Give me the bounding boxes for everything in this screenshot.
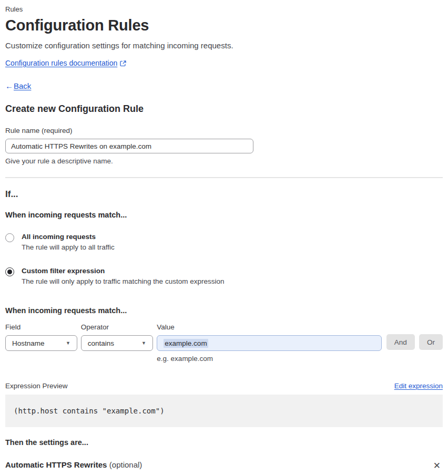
configuration-rules-page: Rules Configuration Rules Customize conf… xyxy=(0,0,448,476)
create-rule-title: Create new Configuration Rule xyxy=(5,104,443,115)
section-divider xyxy=(5,177,443,178)
field-select[interactable]: Hostname ▼ xyxy=(5,335,77,351)
back-arrow-icon: ← xyxy=(5,81,13,90)
then-section-title: Then the settings are... xyxy=(5,438,443,447)
rule-name-help: Give your rule a descriptive name. xyxy=(5,157,443,165)
close-icon[interactable]: ✕ xyxy=(431,460,443,471)
rule-name-label: Rule name (required) xyxy=(5,127,443,134)
breadcrumb: Rules xyxy=(5,5,443,13)
page-subtitle: Customize configuration settings for mat… xyxy=(5,41,443,50)
match-heading: When incoming requests match... xyxy=(5,211,443,219)
value-help: e.g. example.com xyxy=(157,355,382,363)
operator-label: Operator xyxy=(81,323,153,331)
rule-name-input[interactable] xyxy=(5,139,253,153)
radio-label: Custom filter expression xyxy=(22,267,224,275)
page-title: Configuration Rules xyxy=(5,17,443,34)
radio-option-all-incoming[interactable]: All incoming requests The rule will appl… xyxy=(5,233,443,251)
field-label: Field xyxy=(5,323,77,331)
value-input[interactable]: example.com xyxy=(157,335,382,351)
and-button[interactable]: And xyxy=(386,334,415,350)
expression-preview-label: Expression Preview xyxy=(5,382,68,390)
expression-builder-heading: When incoming requests match... xyxy=(5,306,443,315)
or-button[interactable]: Or xyxy=(419,334,443,350)
value-input-text: example.com xyxy=(164,339,208,348)
radio-unselected-icon[interactable] xyxy=(5,233,14,242)
back-link[interactable]: Back xyxy=(14,81,31,90)
radio-description: The rule will only apply to traffic matc… xyxy=(22,277,224,285)
value-label: Value xyxy=(157,323,382,331)
operator-select[interactable]: contains ▼ xyxy=(81,335,153,351)
documentation-link[interactable]: Configuration rules documentation xyxy=(5,59,117,67)
radio-option-custom-filter[interactable]: Custom filter expression The rule will o… xyxy=(5,267,443,285)
setting-optional-label: (optional) xyxy=(109,460,142,469)
chevron-down-icon: ▼ xyxy=(66,340,70,346)
radio-label: All incoming requests xyxy=(22,233,115,241)
chevron-down-icon: ▼ xyxy=(141,340,146,346)
external-link-icon xyxy=(120,60,126,66)
field-select-value: Hostname xyxy=(12,339,45,347)
operator-select-value: contains xyxy=(88,339,114,347)
edit-expression-link[interactable]: Edit expression xyxy=(394,382,443,390)
setting-name: Automatic HTTPS Rewrites xyxy=(5,460,107,469)
expression-preview-code: (http.host contains "example.com") xyxy=(5,395,443,427)
radio-description: The rule will apply to all traffic xyxy=(22,243,115,251)
radio-selected-icon[interactable] xyxy=(5,267,14,276)
if-section-title: If... xyxy=(5,189,443,200)
